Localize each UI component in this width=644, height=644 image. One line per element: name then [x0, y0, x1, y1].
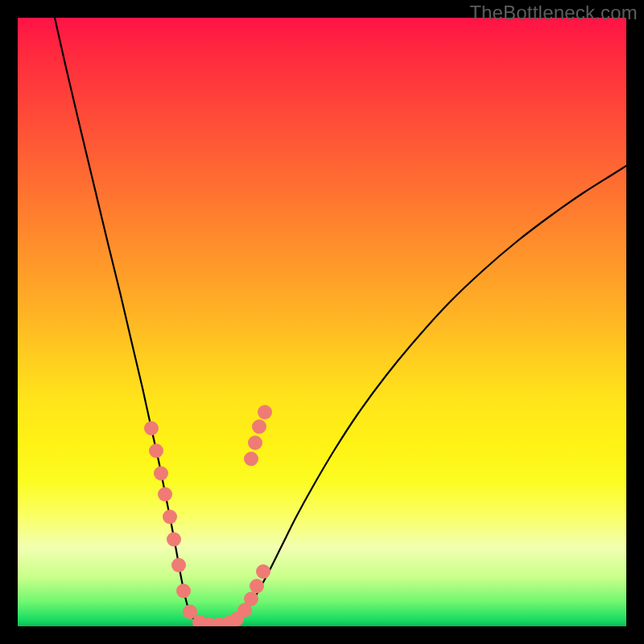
v-curve [55, 18, 626, 625]
highlight-dot [250, 579, 264, 593]
highlight-dot [158, 487, 172, 502]
highlight-dot [244, 592, 258, 606]
watermark-text: TheBottleneck.com [469, 2, 638, 24]
chart-frame [18, 18, 626, 626]
highlight-dot [258, 405, 272, 419]
highlight-dot [144, 421, 159, 436]
highlight-dot [149, 444, 163, 458]
highlight-dot [248, 436, 262, 450]
highlight-dot [256, 564, 270, 579]
chart-svg [18, 18, 626, 626]
highlight-dot [171, 558, 186, 572]
highlight-dot [167, 532, 181, 547]
highlight-dot [176, 584, 191, 598]
highlight-dot [163, 510, 177, 524]
highlight-dots-group [144, 405, 272, 626]
highlight-dot [252, 419, 266, 434]
highlight-dot [244, 452, 258, 466]
highlight-dot [154, 466, 168, 481]
